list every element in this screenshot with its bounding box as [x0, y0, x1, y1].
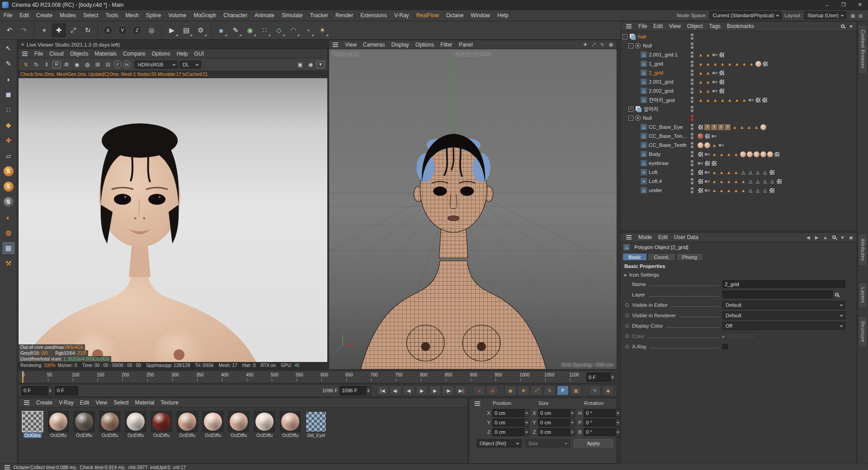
menu-render[interactable]: Render: [332, 10, 357, 21]
octane-settings-icon[interactable]: S: [2, 195, 15, 209]
om-menu-object[interactable]: Object: [684, 22, 706, 31]
visibility-dot[interactable]: [691, 79, 693, 81]
render-view-button[interactable]: ▶: [165, 24, 179, 37]
visibility-dot[interactable]: [691, 118, 693, 121]
value-spinner[interactable]: [615, 409, 620, 417]
save-image-icon[interactable]: ▼: [316, 61, 325, 68]
size-mode-select[interactable]: Size: [525, 439, 571, 447]
material-item[interactable]: OctDiffu: [202, 411, 224, 438]
material-item[interactable]: OctDiffu: [227, 411, 250, 438]
om-menu-bookmarks[interactable]: Bookmarks: [724, 22, 757, 31]
selection-tag[interactable]: [762, 169, 768, 175]
panel-menu-icon[interactable]: [626, 26, 632, 27]
coordinate-field[interactable]: 0 °: [584, 409, 621, 417]
octane-liveviewer-icon[interactable]: S: [2, 164, 15, 178]
vp-menu-options[interactable]: Options: [412, 40, 437, 49]
panel-menu-icon[interactable]: [626, 237, 632, 238]
polygon-selection-tag[interactable]: [733, 169, 739, 175]
visibility-dot[interactable]: [691, 37, 693, 40]
polygon-selection-tag[interactable]: [705, 97, 711, 103]
menu-spline[interactable]: Spline: [142, 10, 165, 21]
material-tag[interactable]: [740, 151, 746, 157]
polygon-selection-tag[interactable]: [711, 142, 717, 148]
object-mode-select[interactable]: Object (Rel): [476, 439, 522, 447]
visibility-dot[interactable]: [691, 52, 693, 54]
menu-select[interactable]: Select: [80, 10, 102, 21]
material-item[interactable]: OctDiffu: [47, 411, 70, 438]
panel-menu-icon[interactable]: [333, 44, 338, 45]
render-pause-icon[interactable]: ‖: [42, 60, 51, 69]
visibility-dot[interactable]: [691, 146, 693, 148]
coordinate-field[interactable]: 0 cm: [492, 409, 529, 417]
filter-icon[interactable]: ▼: [839, 234, 846, 241]
object-row[interactable]: −hair: [621, 32, 857, 41]
menu-mograph[interactable]: MoGraph: [190, 10, 220, 21]
coordinate-field[interactable]: 0 cm: [538, 409, 575, 417]
current-frame-field[interactable]: 0 F: [21, 386, 53, 395]
search-icon[interactable]: [830, 234, 838, 241]
octane-texture-icon[interactable]: ◐: [2, 211, 15, 224]
compositing-tag[interactable]: [711, 133, 717, 139]
uvw-texture-tag[interactable]: [704, 160, 710, 166]
field-menu[interactable]: ◇: [272, 24, 286, 37]
polygon-selection-tag[interactable]: [705, 79, 711, 85]
menu-volume[interactable]: Volume: [165, 10, 190, 21]
search-icon[interactable]: [839, 23, 846, 30]
pla-key-toggle[interactable]: ▦: [570, 385, 582, 395]
record-keyframe-button[interactable]: ●: [473, 385, 485, 395]
expander-icon[interactable]: −: [628, 116, 633, 121]
menu-modes[interactable]: Modes: [56, 10, 80, 21]
polygons-mode-icon[interactable]: ◆: [2, 118, 15, 132]
selection-tag[interactable]: [747, 187, 754, 193]
menu-character[interactable]: Character: [220, 10, 251, 21]
object-row[interactable]: 2.001_grid: [621, 77, 857, 86]
frame-spinner[interactable]: [47, 386, 52, 395]
selection-tag[interactable]: [755, 178, 761, 184]
camera-lock-icon[interactable]: ◉: [306, 60, 315, 69]
close-icon[interactable]: ✕: [19, 42, 27, 47]
visibility-dot[interactable]: [691, 91, 693, 94]
uvw-texture-tag[interactable]: [698, 179, 703, 184]
subdivision-surface-menu[interactable]: ◉: [243, 24, 257, 37]
selection-tag[interactable]: [747, 169, 754, 175]
polygon-selection-tag[interactable]: [712, 97, 718, 103]
polygon-selection-tag[interactable]: [753, 124, 760, 130]
polygon-selection-tag[interactable]: [718, 169, 725, 175]
render-start-icon[interactable]: ↯: [21, 60, 30, 69]
material-item[interactable]: OctDiffu: [253, 411, 276, 438]
layout-grid-icon[interactable]: ▦: [849, 12, 857, 19]
compositing-tag[interactable]: [718, 142, 724, 148]
menu-edit[interactable]: Edit: [16, 10, 33, 21]
scale-key-toggle[interactable]: ⤢: [531, 385, 542, 395]
polygon-selection-tag[interactable]: [718, 187, 725, 193]
material-tag[interactable]: [755, 61, 761, 67]
color-expand-icon[interactable]: [722, 333, 725, 339]
visibility-dot[interactable]: [691, 178, 693, 181]
polygon-selection-tag[interactable]: [711, 187, 717, 193]
value-spinner[interactable]: [570, 428, 575, 436]
minimize-button[interactable]: –: [819, 0, 835, 10]
menu-tools[interactable]: Tools: [102, 10, 122, 21]
polygon-selection-tag[interactable]: [726, 178, 732, 184]
polygon-selection-tag[interactable]: [734, 61, 740, 67]
layout-select[interactable]: Startup (User): [804, 11, 846, 19]
om-menu-view[interactable]: View: [666, 22, 684, 31]
value-spinner[interactable]: [524, 419, 529, 426]
uvw-texture-tag[interactable]: [719, 79, 725, 85]
panel-toggle-icon[interactable]: ▤: [857, 12, 864, 19]
visibility-toggles[interactable]: [689, 142, 696, 148]
missing-texture-tag[interactable]: [718, 124, 724, 130]
value-spinner[interactable]: [524, 428, 529, 436]
visibility-dot[interactable]: [691, 70, 693, 72]
lv-menu-cloud[interactable]: Cloud: [46, 49, 66, 58]
mat-menu-material[interactable]: Material: [132, 398, 158, 408]
side-tab-content-browser[interactable]: Content Browser: [858, 25, 868, 74]
material-item[interactable]: OctDiffu: [73, 411, 95, 438]
uvw-texture-tag[interactable]: [762, 61, 768, 67]
panel-menu-icon[interactable]: [24, 402, 29, 403]
material-tag[interactable]: [760, 124, 766, 130]
menu-v-ray[interactable]: V-Ray: [391, 10, 413, 21]
tab-basic[interactable]: Basic: [623, 253, 647, 261]
menu-animate[interactable]: Animate: [251, 10, 278, 21]
frame-spinner[interactable]: [610, 373, 615, 381]
